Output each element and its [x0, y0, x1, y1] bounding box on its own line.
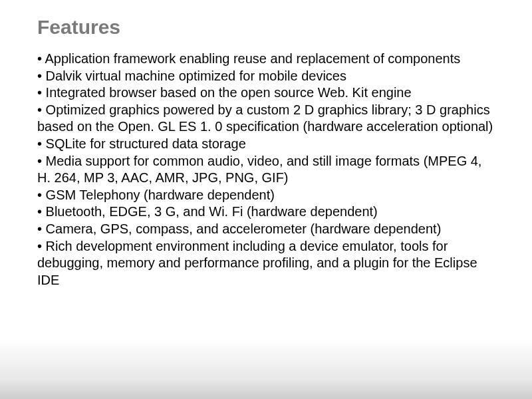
bullet-icon: •: [37, 85, 42, 100]
feature-list: • Application framework enabling reuse a…: [37, 51, 495, 289]
bullet-icon: •: [37, 51, 42, 66]
list-item: • SQLite for structured data storage: [37, 136, 246, 151]
bullet-icon: •: [37, 102, 42, 117]
list-item-text: Optimized graphics powered by a custom 2…: [37, 102, 493, 134]
list-item-text: Bluetooth, EDGE, 3 G, and Wi. Fi (hardwa…: [46, 204, 378, 219]
list-item: • Bluetooth, EDGE, 3 G, and Wi. Fi (hard…: [37, 204, 378, 219]
list-item: • Camera, GPS, compass, and acceleromete…: [37, 221, 441, 236]
bullet-icon: •: [37, 136, 42, 151]
bullet-icon: •: [37, 188, 42, 202]
list-item-text: Application framework enabling reuse and…: [45, 51, 460, 66]
page-title: Features: [37, 16, 495, 39]
list-item: • Optimized graphics powered by a custom…: [37, 102, 493, 134]
bullet-icon: •: [37, 221, 42, 236]
bullet-icon: •: [37, 239, 42, 253]
list-item: • Application framework enabling reuse a…: [37, 51, 460, 66]
list-item-text: Rich development environment including a…: [37, 239, 477, 287]
list-item: • GSM Telephony (hardware dependent): [37, 188, 275, 202]
list-item: • Media support for common audio, video,…: [37, 154, 481, 186]
slide: Features • Application framework enablin…: [0, 0, 532, 399]
list-item-text: Integrated browser based on the open sou…: [46, 85, 412, 100]
list-item-text: SQLite for structured data storage: [46, 136, 246, 151]
list-item-text: GSM Telephony (hardware dependent): [46, 188, 275, 202]
bullet-icon: •: [37, 204, 42, 219]
list-item-text: Media support for common audio, video, a…: [37, 154, 481, 186]
list-item: • Dalvik virtual machine optimized for m…: [37, 68, 346, 83]
bullet-icon: •: [37, 154, 42, 168]
list-item: • Rich development environment including…: [37, 239, 477, 287]
list-item-text: Dalvik virtual machine optimized for mob…: [46, 68, 346, 83]
list-item-text: Camera, GPS, compass, and accelerometer …: [46, 221, 442, 236]
list-item: • Integrated browser based on the open s…: [37, 85, 412, 100]
bullet-icon: •: [37, 68, 42, 83]
